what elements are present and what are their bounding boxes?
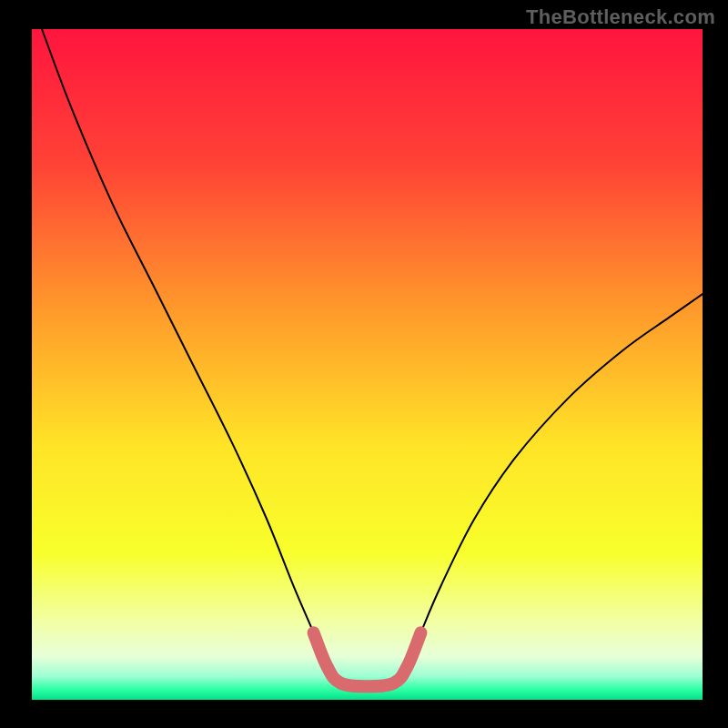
plot-background [32, 29, 703, 700]
chart-stage: TheBottleneck.com [0, 0, 728, 728]
chart-canvas [0, 0, 728, 728]
